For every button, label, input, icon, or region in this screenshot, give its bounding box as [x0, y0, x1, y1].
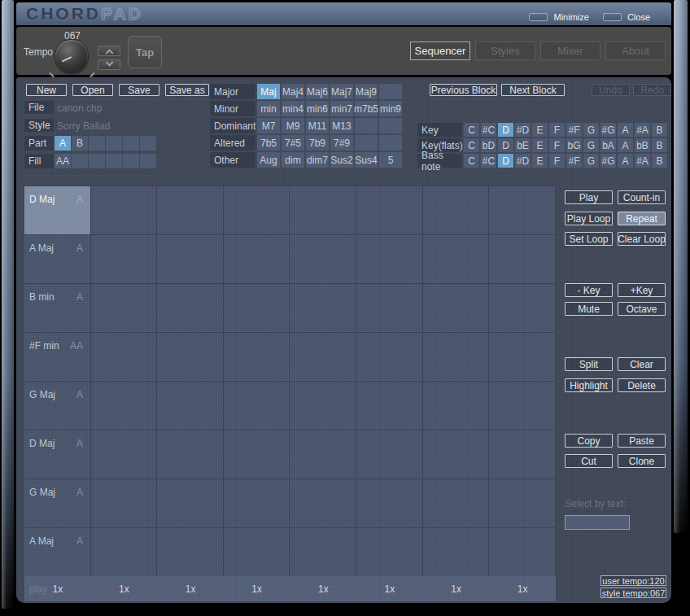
key-flat-cell[interactable]: F	[549, 138, 565, 152]
grid-row-label[interactable]: #F min AA	[24, 336, 90, 352]
grid-row-label[interactable]: A Maj A	[24, 238, 90, 255]
play-button[interactable]: Play	[565, 190, 613, 204]
part-cell[interactable]	[106, 136, 122, 151]
repeat-button[interactable]: Repeat	[618, 212, 666, 225]
delete-button[interactable]: Delete	[618, 378, 666, 392]
key-flat-cell[interactable]: bE	[515, 138, 531, 152]
minus-key-button[interactable]: - Key	[565, 283, 613, 297]
next-block-button[interactable]: Next Block	[501, 84, 565, 96]
grid-row-label[interactable]: B min A	[24, 287, 90, 304]
chord-type-cell[interactable]: dim	[282, 152, 304, 168]
bass-note-cell[interactable]: #G	[600, 154, 616, 168]
new-button[interactable]: New	[26, 84, 67, 96]
paste-button[interactable]: Paste	[618, 434, 666, 448]
copy-button[interactable]: Copy	[565, 434, 613, 448]
chord-type-cell[interactable]: m7b5	[355, 101, 378, 116]
sequencer-grid[interactable]: D Maj A A Maj A B min A #F min AA G Maj …	[24, 186, 556, 576]
chord-type-cell[interactable]: min7	[330, 101, 353, 116]
key-flat-cell[interactable]: D	[498, 138, 513, 152]
chord-type-cell[interactable]: 7#5	[282, 135, 304, 151]
bass-note-cell[interactable]: F	[549, 154, 565, 168]
key-cell[interactable]: B	[652, 123, 667, 137]
part-cell[interactable]: A	[55, 136, 71, 151]
key-flat-cell[interactable]: bG	[566, 138, 582, 152]
part-cell[interactable]	[89, 136, 105, 151]
bass-note-cell[interactable]: B	[652, 154, 667, 168]
key-cell[interactable]: C	[464, 123, 479, 137]
key-cell[interactable]: #C	[481, 123, 496, 137]
chord-type-cell[interactable]: 7#9	[330, 135, 353, 151]
key-cell[interactable]: E	[532, 123, 548, 137]
fill-cell[interactable]	[106, 154, 122, 168]
key-flat-cell[interactable]: A	[618, 138, 633, 152]
split-button[interactable]: Split	[565, 357, 613, 371]
bass-note-cell[interactable]: C	[464, 154, 479, 168]
key-cell[interactable]: D	[498, 123, 513, 137]
previous-block-button[interactable]: Previous Block	[430, 84, 497, 96]
repeat-mark[interactable]: 1x	[91, 576, 158, 601]
repeat-mark[interactable]: 1x	[356, 576, 423, 601]
chord-type-cell[interactable]	[379, 84, 402, 99]
grid-row-label[interactable]: G Maj A	[24, 385, 90, 401]
chord-type-cell[interactable]: 5	[379, 152, 402, 168]
chord-type-cell[interactable]: Maj7	[330, 84, 353, 99]
key-cell[interactable]: G	[583, 123, 599, 137]
plus-key-button[interactable]: +Key	[618, 283, 666, 297]
chord-type-cell[interactable]: Maj6	[306, 84, 329, 99]
titlebar[interactable]: CHORDPAD Minimize Close	[16, 2, 671, 25]
chord-type-cell[interactable]: min	[257, 101, 280, 116]
chord-type-cell[interactable]: M13	[330, 118, 353, 133]
key-cell[interactable]: #G	[600, 123, 616, 137]
chord-type-cell[interactable]	[355, 135, 378, 151]
chord-type-cell[interactable]: Maj9	[355, 84, 378, 99]
chord-type-cell[interactable]	[379, 135, 402, 151]
chord-type-cell[interactable]: Maj4	[282, 84, 304, 99]
chord-type-cell[interactable]: Sus4	[355, 152, 378, 168]
repeat-mark[interactable]: 1x	[157, 576, 224, 601]
chord-type-cell[interactable]: min6	[306, 101, 329, 116]
minimize-button[interactable]	[529, 13, 548, 21]
clear-button[interactable]: Clear	[618, 357, 666, 371]
key-flat-cell[interactable]: E	[532, 138, 548, 152]
repeat-mark[interactable]: 1x	[489, 576, 556, 601]
tempo-increase-button[interactable]	[98, 46, 120, 56]
tap-tempo-button[interactable]: Tap	[128, 36, 162, 68]
clear-loop-button[interactable]: Clear Loop	[618, 232, 666, 246]
repeat-mark[interactable]: 1x	[224, 576, 290, 601]
key-cell[interactable]: #A	[635, 123, 650, 137]
redo-button[interactable]: Redo	[633, 84, 671, 96]
chord-type-cell[interactable]: 7b9	[306, 135, 329, 151]
grid-row-label[interactable]: G Maj A	[24, 483, 90, 499]
fill-cell[interactable]	[72, 154, 88, 168]
bass-note-cell[interactable]: G	[583, 154, 599, 168]
key-flat-cell[interactable]: C	[464, 138, 479, 152]
chord-type-cell[interactable]: Sus2	[330, 152, 353, 168]
grid-row-label[interactable]: D Maj A	[24, 190, 90, 206]
key-flat-cell[interactable]: B	[652, 138, 667, 152]
key-flat-cell[interactable]: bA	[600, 138, 616, 152]
bass-note-cell[interactable]: D	[498, 154, 513, 168]
save-as-button[interactable]: Save as	[165, 84, 209, 96]
chord-type-cell[interactable]	[379, 118, 402, 133]
bass-note-cell[interactable]: E	[532, 154, 548, 168]
key-cell[interactable]: #F	[566, 123, 582, 137]
tempo-knob[interactable]	[55, 40, 88, 72]
cut-button[interactable]: Cut	[565, 454, 613, 468]
tab-sequencer[interactable]: Sequencer	[410, 42, 470, 60]
select-by-text-input[interactable]	[565, 515, 630, 530]
bass-note-cell[interactable]: #A	[635, 154, 650, 168]
chord-type-cell[interactable]: Aug	[257, 152, 280, 168]
set-loop-button[interactable]: Set Loop	[565, 232, 613, 246]
part-cell[interactable]	[140, 136, 156, 151]
key-cell[interactable]: #D	[515, 123, 531, 137]
save-button[interactable]: Save	[119, 84, 159, 96]
key-cell[interactable]: F	[549, 123, 565, 137]
repeat-mark[interactable]: 1x	[290, 576, 357, 601]
close-button[interactable]	[603, 13, 622, 21]
bass-note-cell[interactable]: A	[618, 154, 633, 168]
undo-button[interactable]: Undo	[592, 84, 630, 96]
chord-type-cell[interactable]: min9	[379, 101, 402, 116]
key-flat-cell[interactable]: G	[583, 138, 599, 152]
bass-note-cell[interactable]: #F	[566, 154, 582, 168]
fill-cell[interactable]	[123, 154, 139, 168]
